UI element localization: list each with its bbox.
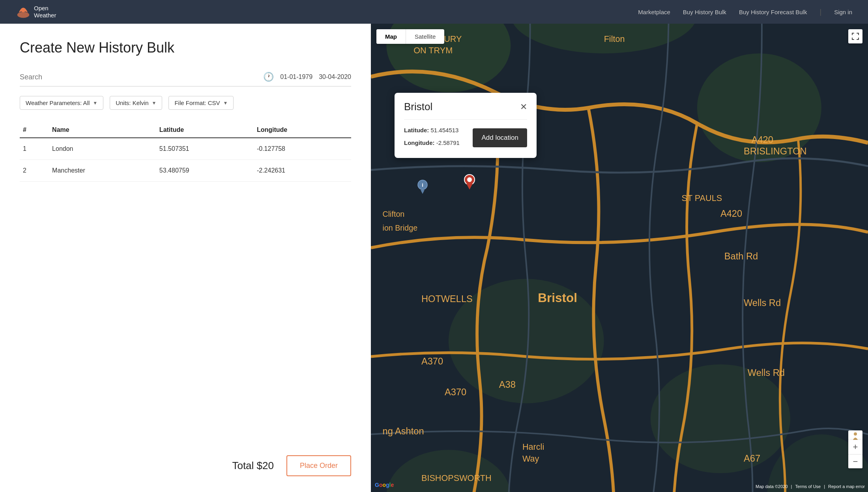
- svg-point-7: [651, 364, 790, 473]
- map-toggle-satellite[interactable]: Satellite: [406, 29, 444, 44]
- nav-marketplace[interactable]: Marketplace: [638, 9, 670, 15]
- units-dropdown[interactable]: Units: Kelvin ▼: [110, 96, 162, 110]
- header: Open Weather Marketplace Buy History Bul…: [0, 0, 868, 24]
- svg-point-36: [467, 177, 472, 182]
- weather-params-dropdown[interactable]: Weather Parameters: All ▼: [20, 96, 103, 110]
- left-panel: Create New History Bulk 🕐 01-01-1979 30-…: [0, 24, 371, 492]
- zoom-in-button[interactable]: +: [848, 440, 862, 454]
- col-header-lon: Longitude: [254, 122, 351, 138]
- cell-num: 1: [20, 138, 49, 160]
- map-panel: WESTBURY ON TRYM Clifton ion Bridge Filt…: [371, 24, 868, 492]
- svg-text:Harcli: Harcli: [522, 442, 544, 452]
- fullscreen-button[interactable]: [848, 29, 862, 43]
- cell-num: 2: [20, 160, 49, 182]
- google-attribution: Google: [375, 482, 394, 488]
- col-header-name: Name: [49, 122, 156, 138]
- svg-text:A370: A370: [421, 356, 443, 366]
- logo-text: Open Weather: [34, 5, 56, 19]
- zoom-controls: + −: [848, 440, 862, 468]
- svg-marker-37: [466, 184, 473, 190]
- map-toggle-map[interactable]: Map: [376, 29, 406, 44]
- date-end: 30-04-2020: [319, 73, 351, 81]
- zoom-out-button[interactable]: −: [848, 454, 862, 468]
- date-range: 🕐 01-01-1979 30-04-2020: [263, 72, 351, 82]
- google-logo: Google: [375, 482, 394, 488]
- svg-text:BISHOPSWORTH: BISHOPSWORTH: [421, 473, 492, 483]
- location-popup: Bristol ✕ Latitude: 51.454513 Longitude:…: [395, 93, 537, 158]
- svg-text:Bath Rd: Bath Rd: [724, 251, 758, 261]
- svg-marker-40: [421, 190, 425, 194]
- svg-point-1: [21, 8, 25, 12]
- svg-text:i: i: [422, 182, 423, 188]
- logo: Open Weather: [16, 4, 56, 19]
- terms-link[interactable]: Terms of Use: [795, 484, 821, 489]
- svg-text:BRISLINGTON: BRISLINGTON: [744, 146, 807, 156]
- svg-text:ST PAULS: ST PAULS: [682, 193, 722, 203]
- popup-close-button[interactable]: ✕: [520, 102, 527, 112]
- file-format-label: File Format: CSV: [174, 100, 220, 106]
- file-format-dropdown[interactable]: File Format: CSV ▼: [168, 96, 234, 110]
- map-data: Map data ©2020: [756, 484, 788, 489]
- bristol-pin: [464, 174, 475, 191]
- map-attribution: Map data ©2020 | Terms of Use | Report a…: [756, 484, 865, 489]
- cell-lat: 51.507351: [156, 138, 254, 160]
- place-order-button[interactable]: Place Order: [286, 455, 351, 476]
- svg-text:HOTWELLS: HOTWELLS: [421, 294, 473, 304]
- popup-divider: [404, 119, 527, 120]
- cell-lat: 53.480759: [156, 160, 254, 182]
- search-input[interactable]: [20, 73, 255, 81]
- svg-text:Clifton: Clifton: [383, 210, 405, 218]
- clock-icon: 🕐: [263, 72, 274, 82]
- table-row: 1London51.507351-0.127758: [20, 138, 351, 160]
- lon-value: -2.58791: [436, 139, 460, 146]
- main-content: Create New History Bulk 🕐 01-01-1979 30-…: [0, 24, 868, 492]
- search-row: 🕐 01-01-1979 30-04-2020: [20, 72, 351, 86]
- filters-row: Weather Parameters: All ▼ Units: Kelvin …: [20, 96, 351, 110]
- nav-divider: |: [819, 8, 821, 16]
- weather-params-arrow: ▼: [93, 100, 97, 106]
- popup-coords-text: Latitude: 51.454513 Longitude: -2.58791: [404, 125, 473, 150]
- nav: Marketplace Buy History Bulk Buy History…: [638, 8, 852, 16]
- report-link[interactable]: Report a map error: [828, 484, 865, 489]
- nav-buy-history-forecast-bulk[interactable]: Buy History Forecast Bulk: [739, 9, 807, 15]
- add-location-button[interactable]: Add location: [473, 128, 527, 147]
- order-row: Total $20 Place Order: [20, 439, 351, 476]
- nav-sign-in[interactable]: Sign in: [834, 9, 852, 15]
- cell-name: Manchester: [49, 160, 156, 182]
- svg-text:Bristol: Bristol: [538, 291, 577, 305]
- svg-point-0: [17, 12, 29, 18]
- locations-table: # Name Latitude Longitude 1London51.5073…: [20, 122, 351, 182]
- cell-lon: -0.127758: [254, 138, 351, 160]
- info-pin: i: [417, 180, 428, 195]
- svg-text:A38: A38: [499, 379, 516, 390]
- svg-text:Filton: Filton: [604, 34, 625, 44]
- svg-text:ON TRYM: ON TRYM: [413, 45, 453, 55]
- popup-latitude: Latitude: 51.454513: [404, 125, 473, 135]
- fullscreen-icon: [852, 33, 859, 40]
- page-title: Create New History Bulk: [20, 39, 351, 56]
- popup-header: Bristol ✕: [404, 101, 527, 113]
- lat-label: Latitude:: [404, 127, 429, 133]
- svg-text:A370: A370: [445, 387, 466, 397]
- svg-text:A420: A420: [720, 208, 742, 219]
- popup-city: Bristol: [404, 101, 432, 113]
- units-arrow: ▼: [152, 100, 157, 106]
- svg-text:Wells Rd: Wells Rd: [744, 298, 781, 308]
- popup-coords-row: Latitude: 51.454513 Longitude: -2.58791 …: [404, 125, 527, 150]
- col-header-num: #: [20, 122, 49, 138]
- file-format-arrow: ▼: [223, 100, 228, 106]
- svg-point-41: [854, 432, 857, 436]
- map-container[interactable]: WESTBURY ON TRYM Clifton ion Bridge Filt…: [371, 24, 868, 492]
- nav-buy-history-bulk[interactable]: Buy History Bulk: [683, 9, 726, 15]
- logo-icon: [16, 4, 31, 19]
- weather-params-label: Weather Parameters: All: [26, 100, 90, 106]
- svg-text:ng Ashton: ng Ashton: [383, 426, 424, 436]
- units-label: Units: Kelvin: [116, 100, 148, 106]
- svg-text:A67: A67: [744, 453, 760, 464]
- lon-label: Longitude:: [404, 139, 434, 146]
- cell-name: London: [49, 138, 156, 160]
- lat-value: 51.454513: [431, 127, 459, 133]
- svg-text:Way: Way: [522, 454, 539, 464]
- cell-lon: -2.242631: [254, 160, 351, 182]
- svg-text:Wells Rd: Wells Rd: [748, 368, 785, 378]
